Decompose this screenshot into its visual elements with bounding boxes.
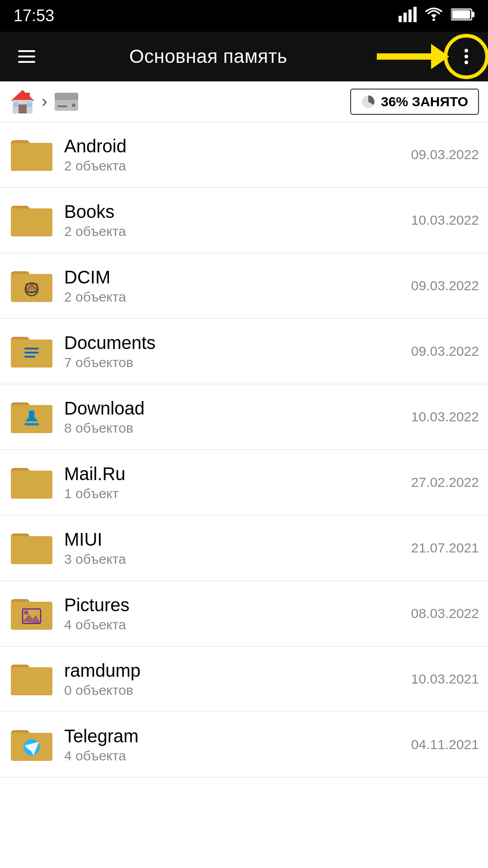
file-meta: 0 объектов: [64, 683, 407, 698]
list-item[interactable]: ramdump 0 объектов 10.03.2021: [0, 646, 488, 712]
more-options-button[interactable]: [458, 44, 474, 69]
file-date: 09.03.2022: [411, 147, 479, 162]
svg-rect-7: [452, 10, 470, 19]
folder-icon: [9, 591, 54, 636]
storage-icon[interactable]: [53, 89, 80, 114]
file-date: 10.03.2022: [411, 212, 479, 228]
svg-rect-13: [27, 103, 32, 107]
svg-point-16: [72, 104, 75, 107]
breadcrumb-chevron: ›: [42, 92, 47, 111]
svg-rect-12: [14, 103, 18, 107]
list-item[interactable]: Android 2 объекта 09.03.2022: [0, 122, 488, 188]
toolbar-actions: [377, 44, 474, 69]
svg-point-4: [432, 19, 435, 21]
file-meta: 2 объекта: [64, 224, 407, 239]
more-button-wrapper: [458, 44, 474, 69]
file-info: Mail.Ru 1 объект: [64, 464, 407, 501]
svg-point-47: [24, 610, 28, 615]
file-meta: 4 объекта: [64, 748, 407, 764]
file-date: 21.07.2021: [411, 540, 479, 556]
file-date: 27.02.2022: [411, 475, 479, 490]
file-name: Mail.Ru: [64, 464, 407, 484]
file-info: Books 2 объекта: [64, 202, 407, 239]
list-item[interactable]: Pictures 4 объекта 08.03.2022: [0, 581, 488, 646]
file-info: Android 2 объекта: [64, 136, 407, 174]
file-list: Android 2 объекта 09.03.2022 Books 2 объ…: [0, 122, 488, 778]
file-info: MIUI 3 объекта: [64, 529, 407, 567]
folder-icon: [9, 394, 54, 439]
file-info: DCIM 2 объекта: [64, 267, 407, 305]
folder-icon: [9, 722, 54, 767]
file-date: 08.03.2022: [411, 606, 479, 621]
file-name: Books: [64, 202, 407, 222]
breadcrumb-bar: › 36% ЗАНЯТО: [0, 81, 488, 122]
file-name: Pictures: [64, 595, 407, 615]
file-date: 09.03.2022: [411, 344, 479, 359]
status-time: 17:53: [14, 6, 54, 25]
home-icon[interactable]: [9, 88, 36, 115]
svg-rect-42: [14, 539, 50, 561]
svg-rect-1: [404, 13, 407, 22]
svg-rect-37: [29, 410, 34, 420]
file-meta: 4 объекта: [64, 617, 407, 632]
hamburger-button[interactable]: [14, 46, 40, 67]
svg-marker-8: [11, 90, 34, 101]
file-date: 09.03.2022: [411, 278, 479, 293]
status-icons: [399, 7, 474, 25]
folder-icon: [9, 656, 54, 702]
svg-rect-20: [14, 146, 50, 168]
svg-point-28: [29, 285, 34, 291]
svg-rect-40: [14, 473, 50, 496]
file-info: ramdump 0 объектов: [64, 660, 407, 698]
svg-rect-17: [57, 105, 67, 107]
folder-icon: [9, 460, 54, 505]
list-item[interactable]: Documents 7 объектов 09.03.2022: [0, 319, 488, 384]
storage-badge[interactable]: 36% ЗАНЯТО: [350, 89, 479, 115]
list-item[interactable]: Telegram 4 объекта 04.11.2021: [0, 712, 488, 778]
folder-icon: [9, 198, 54, 243]
file-meta: 1 объект: [64, 486, 407, 501]
file-date: 04.11.2021: [411, 737, 479, 752]
file-name: Android: [64, 136, 407, 156]
list-item[interactable]: DCIM 2 объекта 09.03.2022: [0, 253, 488, 319]
folder-icon: [9, 132, 54, 177]
file-info: Documents 7 объектов: [64, 333, 407, 370]
file-name: Download: [64, 398, 407, 419]
status-bar: 17:53: [0, 0, 488, 32]
list-item[interactable]: Mail.Ru 1 объект 27.02.2022: [0, 450, 488, 515]
file-meta: 2 объекта: [64, 158, 407, 174]
file-name: Telegram: [64, 726, 407, 746]
yellow-arrow-annotation: [377, 44, 449, 69]
list-item[interactable]: MIUI 3 объекта 21.07.2021: [0, 515, 488, 581]
file-name: DCIM: [64, 267, 407, 288]
storage-badge-text: 36% ЗАНЯТО: [381, 94, 468, 109]
file-name: ramdump: [64, 660, 407, 681]
svg-rect-9: [26, 93, 30, 99]
breadcrumb-left: ›: [9, 88, 80, 115]
svg-rect-15: [55, 93, 78, 100]
svg-rect-11: [19, 104, 27, 113]
svg-rect-22: [14, 211, 50, 234]
folder-icon: [9, 263, 54, 308]
list-item[interactable]: Download 8 объектов 10.03.2022: [0, 384, 488, 450]
signal-icon: [399, 7, 417, 25]
storage-pie-chart: [361, 94, 375, 109]
svg-rect-49: [14, 670, 50, 693]
file-meta: 8 объектов: [64, 420, 407, 436]
list-item[interactable]: Books 2 объекта 10.03.2022: [0, 188, 488, 253]
svg-rect-31: [24, 348, 39, 349]
battery-icon: [451, 8, 474, 24]
file-info: Telegram 4 объекта: [64, 726, 407, 764]
toolbar-title: Основная память: [40, 46, 377, 67]
toolbar: Основная память: [0, 32, 488, 81]
folder-icon: [9, 329, 54, 374]
file-meta: 2 объекта: [64, 289, 407, 305]
svg-rect-0: [399, 16, 402, 22]
file-info: Pictures 4 объекта: [64, 595, 407, 632]
file-date: 10.03.2021: [411, 671, 479, 687]
svg-rect-33: [24, 356, 35, 358]
svg-rect-3: [413, 7, 417, 22]
svg-rect-6: [472, 12, 474, 17]
file-name: MIUI: [64, 529, 407, 550]
svg-rect-32: [24, 352, 39, 354]
